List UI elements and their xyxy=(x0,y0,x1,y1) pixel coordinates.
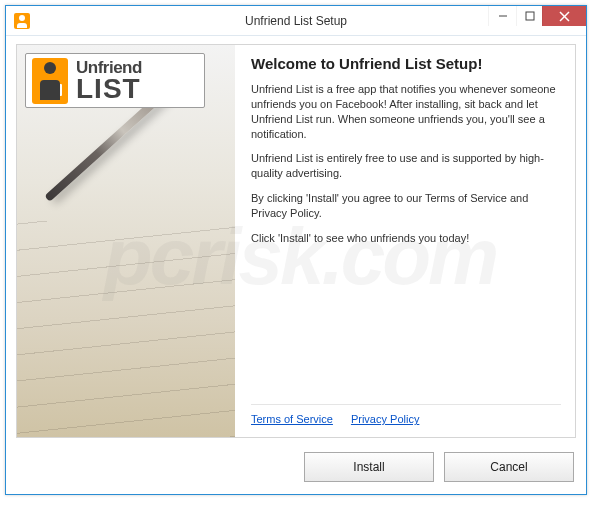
welcome-heading: Welcome to Unfriend List Setup! xyxy=(251,55,561,72)
terms-of-service-link[interactable]: Terms of Service xyxy=(251,413,333,425)
minimize-icon xyxy=(498,11,508,21)
app-icon xyxy=(14,13,30,29)
titlebar: Unfriend List Setup xyxy=(6,6,586,36)
close-icon xyxy=(559,11,570,22)
privacy-policy-link[interactable]: Privacy Policy xyxy=(351,413,419,425)
svg-rect-1 xyxy=(526,12,534,20)
logo-person-icon xyxy=(32,58,68,104)
description-1: Unfriend List is a free app that notifie… xyxy=(251,82,561,141)
paper-texture xyxy=(17,221,235,437)
install-button[interactable]: Install xyxy=(304,452,434,482)
close-button[interactable] xyxy=(542,6,586,26)
legal-links: Terms of Service Privacy Policy xyxy=(251,404,561,429)
logo-line2: LIST xyxy=(76,76,142,101)
description-2: Unfriend List is entirely free to use an… xyxy=(251,151,561,181)
window-controls xyxy=(488,6,586,28)
logo-text: Unfriend LIST xyxy=(76,59,142,101)
main-panel: Welcome to Unfriend List Setup! Unfriend… xyxy=(235,45,575,437)
cancel-button[interactable]: Cancel xyxy=(444,452,574,482)
content-panel: Unfriend LIST Welcome to Unfriend List S… xyxy=(16,44,576,438)
setup-window: Unfriend List Setup Unfriend LIST xyxy=(5,5,587,495)
description-3: By clicking 'Install' you agree to our T… xyxy=(251,191,561,221)
maximize-button[interactable] xyxy=(516,6,542,26)
minimize-button[interactable] xyxy=(488,6,516,26)
description-4: Click 'Install' to see who unfriends you… xyxy=(251,231,561,246)
button-bar: Install Cancel xyxy=(304,452,574,482)
sidebar-image: Unfriend LIST xyxy=(17,45,235,437)
maximize-icon xyxy=(525,11,535,21)
product-logo: Unfriend LIST xyxy=(25,53,205,108)
